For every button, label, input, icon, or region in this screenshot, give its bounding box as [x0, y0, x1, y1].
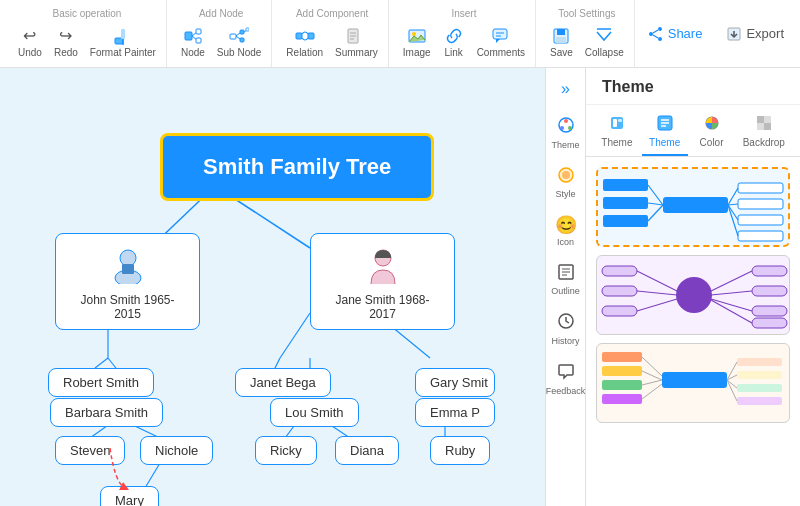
svg-rect-101	[752, 306, 787, 316]
relation-button[interactable]: Relation	[282, 23, 327, 60]
save-button[interactable]: Save	[546, 23, 577, 60]
sidebar-icon-label: Icon	[557, 237, 574, 247]
collapse-button[interactable]: Collapse	[581, 23, 628, 60]
tab-color-label: Color	[700, 137, 724, 148]
sidebar-history-label: History	[552, 336, 580, 346]
node-icon	[182, 25, 204, 47]
add-node-group: Add Node Node Sub Node	[171, 0, 272, 67]
undo-button[interactable]: ↩ Undo	[14, 23, 46, 60]
ricky-node[interactable]: Ricky	[255, 436, 317, 465]
image-button[interactable]: Image	[399, 23, 435, 60]
gary-smith-node[interactable]: Gary Smit	[415, 368, 495, 397]
tab-backdrop-svg	[756, 115, 772, 135]
root-node[interactable]: Smith Family Tree	[160, 133, 434, 201]
svg-rect-99	[752, 266, 787, 276]
steven-node[interactable]: Steven	[55, 436, 125, 465]
summary-button[interactable]: Summary	[331, 23, 382, 60]
sidebar-item-history[interactable]: History	[548, 306, 584, 352]
svg-rect-110	[662, 372, 727, 388]
svg-rect-121	[737, 384, 782, 392]
redo-button[interactable]: ↪ Redo	[50, 23, 82, 60]
janet-bega-node[interactable]: Janet Bega	[235, 368, 331, 397]
svg-line-104	[637, 291, 677, 295]
format-painter-button[interactable]: Format Painter	[86, 23, 160, 60]
svg-point-33	[658, 37, 662, 41]
node-button[interactable]: Node	[177, 23, 209, 60]
svg-rect-78	[757, 116, 764, 123]
jane-smith-label: Jane Smith 1968-2017	[329, 293, 436, 321]
svg-line-91	[728, 188, 738, 205]
canvas[interactable]: Smith Family Tree John Smith 1965-2015 J…	[0, 68, 545, 506]
tab-theme-svg	[657, 115, 673, 135]
add-node-label: Add Node	[199, 8, 243, 19]
export-button[interactable]: Export	[718, 22, 792, 46]
theme-card-3[interactable]	[596, 343, 790, 423]
svg-rect-79	[764, 123, 771, 130]
toolbar: Basic operation ↩ Undo ↪ Redo Format Pai…	[0, 0, 800, 68]
sidebar-item-feedback[interactable]: Feedback	[548, 356, 584, 402]
image-label: Image	[403, 47, 431, 58]
diana-node[interactable]: Diana	[335, 436, 399, 465]
svg-line-85	[648, 203, 663, 205]
svg-rect-80	[663, 197, 728, 213]
tab-theme[interactable]: Theme	[642, 111, 688, 156]
barbara-smith-label: Barbara Smith	[65, 405, 148, 420]
share-button[interactable]: Share	[640, 22, 711, 46]
svg-rect-82	[603, 197, 648, 209]
ruby-label: Ruby	[445, 443, 475, 458]
svg-rect-11	[240, 30, 244, 34]
svg-line-10	[236, 36, 240, 39]
relation-label: Relation	[286, 47, 323, 58]
svg-rect-88	[738, 199, 783, 209]
tab-color[interactable]: Color	[690, 111, 734, 156]
collapse-icon	[593, 25, 615, 47]
sidebar-item-style[interactable]: Style	[548, 160, 584, 206]
steven-label: Steven	[70, 443, 110, 458]
nichole-node[interactable]: Nichole	[140, 436, 213, 465]
svg-line-103	[637, 271, 677, 291]
svg-line-35	[653, 35, 658, 38]
svg-line-47	[275, 358, 280, 368]
relation-icon	[294, 25, 316, 47]
format-painter-icon	[112, 25, 134, 47]
tab-theme-icon[interactable]: Theme	[594, 111, 640, 156]
svg-rect-98	[602, 306, 637, 316]
mary-node[interactable]: Mary	[100, 486, 159, 506]
svg-rect-112	[602, 366, 642, 376]
robert-smith-node[interactable]: Robert Smith	[48, 368, 154, 397]
theme-card-2[interactable]	[596, 255, 790, 335]
sidebar-item-icon[interactable]: 😊 Icon	[548, 209, 584, 253]
jane-smith-node[interactable]: Jane Smith 1968-2017	[310, 233, 455, 330]
svg-point-61	[560, 126, 564, 130]
sidebar-chevron[interactable]: »	[557, 76, 574, 102]
image-icon	[406, 25, 428, 47]
comments-button[interactable]: Comments	[473, 23, 529, 60]
svg-rect-71	[618, 119, 622, 122]
theme-card-1[interactable]	[596, 167, 790, 247]
diana-label: Diana	[350, 443, 384, 458]
ruby-node[interactable]: Ruby	[430, 436, 490, 465]
link-button[interactable]: Link	[439, 23, 469, 60]
svg-rect-15	[296, 33, 302, 39]
sidebar: » Theme Style 😊 Icon Outline	[545, 68, 585, 506]
tab-backdrop[interactable]: Backdrop	[736, 111, 792, 156]
john-smith-node[interactable]: John Smith 1965-2015	[55, 233, 200, 330]
barbara-smith-node[interactable]: Barbara Smith	[50, 398, 163, 427]
svg-rect-29	[556, 37, 566, 43]
emma-p-node[interactable]: Emma P	[415, 398, 495, 427]
svg-point-32	[649, 32, 653, 36]
basic-operation-label: Basic operation	[53, 8, 122, 19]
svg-line-107	[711, 291, 752, 295]
svg-rect-70	[613, 119, 617, 127]
sidebar-item-theme[interactable]: Theme	[548, 110, 584, 156]
svg-rect-120	[737, 371, 782, 379]
export-icon	[726, 26, 742, 42]
svg-rect-81	[603, 179, 648, 191]
sidebar-item-outline[interactable]: Outline	[548, 257, 584, 303]
lou-smith-node[interactable]: Lou Smith	[270, 398, 359, 427]
share-label: Share	[668, 26, 703, 41]
collapse-label: Collapse	[585, 47, 624, 58]
sub-node-button[interactable]: Sub Node	[213, 23, 265, 60]
svg-rect-114	[602, 394, 642, 404]
svg-line-93	[728, 205, 738, 220]
